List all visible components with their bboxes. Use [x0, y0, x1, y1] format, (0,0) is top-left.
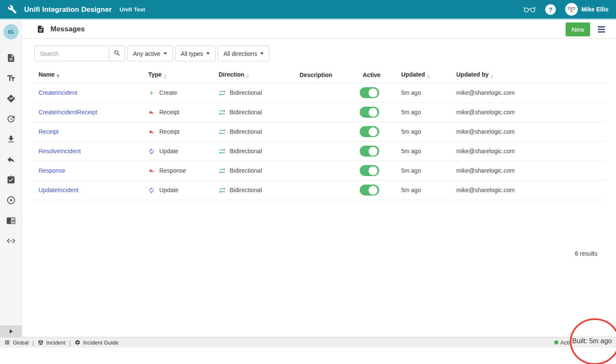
new-button[interactable]: New	[566, 22, 590, 36]
description-cell	[293, 122, 356, 141]
filter-types-dropdown[interactable]: All types	[175, 46, 216, 61]
sidebar-item-update[interactable]	[6, 114, 16, 124]
active-toggle[interactable]	[360, 87, 379, 98]
type-label: Receipt	[159, 109, 179, 116]
message-name-link[interactable]: ResolveIncident	[39, 148, 81, 154]
sidebar-item-code[interactable]	[6, 236, 16, 245]
sidebar-item-assignment[interactable]	[6, 175, 16, 185]
apps-grid-icon	[4, 339, 10, 345]
sidebar-item-directions[interactable]	[6, 94, 16, 103]
chevron-down-icon	[206, 52, 210, 55]
bidirectional-icon	[219, 148, 226, 155]
sidebar-expand-button[interactable]	[0, 325, 22, 337]
direction-label: Bidirectional	[230, 187, 262, 193]
sidebar-item-reply[interactable]	[6, 155, 16, 164]
table-header-row: NameTypeDirectionDescriptionActiveUpdate…	[32, 67, 606, 83]
help-button[interactable]: ?	[545, 4, 556, 15]
column-header-type[interactable]: Type	[142, 67, 212, 83]
type-label: Create	[159, 89, 177, 96]
menu-icon[interactable]	[598, 26, 605, 33]
updated-cell: 5m ago	[395, 161, 450, 180]
column-header-updated-by[interactable]: Updated by	[450, 67, 606, 83]
column-header-name[interactable]: Name	[32, 67, 142, 83]
sidebar-item-document[interactable]	[6, 53, 16, 63]
breadcrumb-separator: |	[33, 339, 34, 346]
updated-by-cell: mike@sharelogic.com	[450, 180, 606, 200]
download-icon	[6, 135, 16, 144]
description-cell	[293, 141, 356, 161]
sidebar-item-play-circle[interactable]	[6, 196, 16, 205]
message-name-link[interactable]: UpdateIncident	[39, 187, 78, 193]
updated-by-cell: mike@sharelogic.com	[450, 141, 606, 161]
message-name-link[interactable]: Response	[39, 167, 65, 174]
book-icon	[6, 216, 16, 225]
chevron-down-icon	[260, 52, 264, 55]
sidebar-item-download[interactable]	[6, 135, 16, 144]
autorenew-icon	[148, 187, 155, 193]
user-menu[interactable]: Mike Ellis	[565, 3, 608, 16]
directions-icon	[6, 94, 16, 103]
sidebar-item-text-fields[interactable]	[6, 74, 16, 83]
active-toggle[interactable]	[360, 107, 379, 118]
message-name-link[interactable]: CreateIncident	[39, 89, 77, 96]
user-name: Mike Ellis	[581, 6, 608, 13]
description-cell	[293, 180, 356, 200]
active-toggle[interactable]	[360, 185, 379, 196]
wrench-icon	[8, 5, 17, 14]
toolbar: Any active All types All directions	[34, 46, 606, 61]
status-dot-icon	[554, 340, 558, 345]
type-label: Response	[159, 167, 186, 174]
search-button[interactable]	[109, 46, 125, 61]
breadcrumb-item-incident-guide[interactable]: Incident Guide	[75, 339, 119, 346]
column-header-direction[interactable]: Direction	[212, 67, 293, 83]
breadcrumb-separator: |	[69, 339, 71, 346]
reply-icon	[6, 155, 16, 164]
reply-icon	[148, 109, 155, 116]
type-label: Update	[159, 148, 178, 154]
sort-icon	[247, 74, 249, 79]
active-toggle[interactable]	[360, 126, 379, 137]
assignment-icon	[6, 175, 16, 185]
message-name-link[interactable]: Receipt	[39, 128, 58, 135]
messages-table-body: CreateIncidentCreateBidirectional5m agom…	[32, 83, 606, 200]
sidebar: IG	[0, 20, 22, 337]
description-cell	[293, 83, 356, 102]
column-header-description: Description	[293, 67, 356, 83]
active-toggle[interactable]	[360, 146, 379, 157]
glasses-icon[interactable]	[523, 6, 536, 13]
table-row: ResolveIncidentUpdateBidirectional5m ago…	[32, 141, 606, 161]
bidirectional-icon	[219, 109, 226, 116]
built-timestamp: Built: 5m ago	[570, 336, 614, 347]
app-title: Unifi Integration Designer	[24, 6, 112, 14]
direction-label: Bidirectional	[230, 109, 262, 116]
reply-icon	[148, 168, 155, 174]
sort-icon	[427, 74, 430, 79]
app-header: Unifi Integration Designer Unifi Test ? …	[0, 0, 616, 19]
table-row: CreateIncidentCreateBidirectional5m agom…	[32, 83, 606, 102]
filter-active-dropdown[interactable]: Any active	[127, 46, 173, 61]
filter-directions-dropdown[interactable]: All directions	[218, 46, 269, 61]
updated-by-cell: mike@sharelogic.com	[450, 122, 606, 141]
autorenew-icon	[148, 148, 155, 154]
sort-icon	[491, 74, 493, 79]
plus-icon	[148, 90, 155, 96]
updated-cell: 5m ago	[395, 141, 450, 161]
search-input[interactable]	[34, 46, 109, 61]
direction-label: Bidirectional	[230, 167, 262, 174]
column-header-updated[interactable]: Updated	[395, 67, 450, 83]
search-icon	[114, 50, 121, 58]
active-toggle[interactable]	[360, 165, 379, 176]
sidebar-avatar[interactable]: IG	[3, 24, 19, 39]
breadcrumb-item-incident[interactable]: Incident	[38, 339, 66, 346]
message-name-link[interactable]: CreateIncidentReceipt	[39, 109, 97, 116]
breadcrumb-item-global[interactable]: Global	[4, 339, 29, 346]
sidebar-icons	[0, 53, 22, 245]
messages-table: NameTypeDirectionDescriptionActiveUpdate…	[32, 67, 606, 200]
messages-icon	[36, 25, 45, 33]
table-row: UpdateIncidentUpdateBidirectional5m agom…	[32, 180, 606, 200]
updated-cell: 5m ago	[395, 122, 450, 141]
sidebar-item-book[interactable]	[6, 216, 16, 225]
sort-icon	[57, 74, 59, 79]
update-icon	[6, 114, 16, 124]
description-cell	[293, 102, 356, 122]
